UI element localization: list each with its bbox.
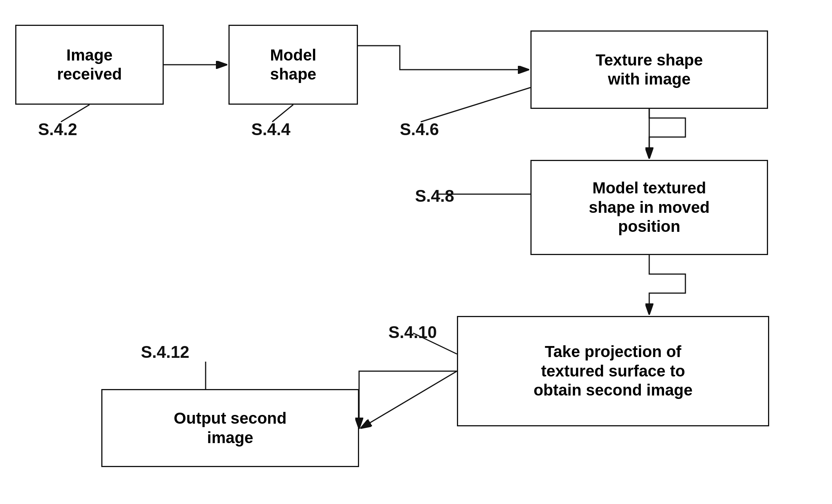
step-s48: S.4.8 <box>415 187 454 206</box>
svg-line-4 <box>61 105 89 122</box>
box-output-second-label: Output secondimage <box>174 409 286 447</box>
step-s46: S.4.6 <box>400 120 439 139</box>
diagram-container: Imagereceived Modelshape Texture shapewi… <box>0 0 832 504</box>
step-s42: S.4.2 <box>38 120 77 139</box>
box-image-received: Imagereceived <box>15 25 164 105</box>
step-s410: S.4.10 <box>388 323 437 342</box>
step-s44: S.4.4 <box>251 120 291 139</box>
box-model-shape: Modelshape <box>228 25 358 105</box>
step-s412: S.4.12 <box>141 343 189 362</box>
box-model-shape-label: Modelshape <box>270 46 316 84</box>
box-image-received-label: Imagereceived <box>57 46 122 84</box>
box-take-projection: Take projection oftextured surface toobt… <box>457 316 769 426</box>
svg-line-6 <box>421 88 530 122</box>
box-model-textured-label: Model texturedshape in movedposition <box>589 179 709 236</box>
box-model-textured: Model texturedshape in movedposition <box>530 160 768 255</box>
svg-line-3 <box>361 371 457 428</box>
svg-line-5 <box>272 105 293 122</box>
box-output-second: Output secondimage <box>101 389 359 467</box>
box-take-projection-label: Take projection oftextured surface toobt… <box>533 342 693 400</box>
box-texture-shape: Texture shapewith image <box>530 30 768 109</box>
box-texture-shape-label: Texture shapewith image <box>596 51 703 89</box>
